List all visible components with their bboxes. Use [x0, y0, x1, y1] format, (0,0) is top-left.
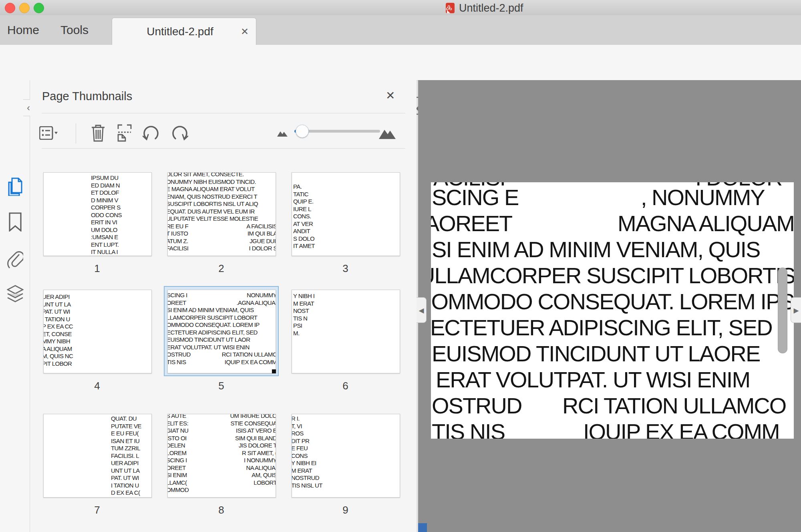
document-text-line: , NONUMMY — [641, 184, 765, 210]
tab-tools[interactable]: Tools — [46, 15, 103, 45]
document-text-line: AOREET — [431, 210, 512, 236]
tab-document-label: Untitled-2.pdf — [112, 25, 233, 38]
page-number-label: 8 — [167, 504, 275, 516]
thumbnail-page-3[interactable]: PA.TATICQUIP E.IURE LCONS.AT VERANDITS D… — [292, 172, 400, 256]
thumbnail-page-5[interactable]: SCING INONUMMYOREET.AGNA ALIQUAISI ENIM … — [167, 290, 276, 373]
thumbnail-text-block: QUAT. DUPUTATE VEE EU FEU(ISAN ET IUTUM … — [111, 415, 141, 497]
tab-tools-label: Tools — [60, 23, 89, 37]
document-text-line: OSTRUD — [432, 393, 521, 419]
thumbnail-text-block: S AUTEELIT ES:GIAT NUISTO OIDELENLOREMSC… — [167, 414, 189, 494]
document-text-line: ULLAMCORPER SUSCIPIT LOBORTIS — [431, 262, 794, 288]
thumbnail-grid: IPSUM DUED DIAM NET DOLOFD MINIM VCORPER… — [30, 80, 417, 532]
selection-resize-handle[interactable] — [272, 369, 276, 373]
document-text-line: TIS NIS — [432, 419, 505, 439]
thumbnail-text-block: PA.TATICQUIP E.IURE LCONS.AT VERANDITS D… — [293, 183, 315, 250]
page-thumbnails-icon — [7, 177, 23, 196]
vertical-scrollbar-thumb[interactable] — [778, 268, 787, 353]
document-text-line: EUISMOD TINCIDUNT UT LAORE — [432, 341, 760, 367]
thumbnail-text-block: UM IRIURE DOLOSTIE CONSEQUAISIS AT VERO … — [210, 414, 276, 486]
document-page: ACILISII DOLORSCING E, NONUMMYAOREETMAGN… — [431, 182, 794, 439]
document-text-line: SCING E — [432, 184, 518, 210]
minimize-window-button[interactable] — [19, 3, 30, 13]
splitter-collapse-left[interactable]: ◂ — [417, 297, 427, 323]
thumbnail-text-block: UER ADIPIUNT UT LAPAT. UT WII TATION UP … — [43, 293, 73, 367]
page-number-label: 3 — [292, 262, 399, 275]
thumbnail-page-9[interactable]: R I.T, VIROSDIT PRE FEUCONSY NIBH EIM ER… — [292, 414, 400, 498]
tab-document[interactable]: Untitled-2.pdf ✕ — [112, 18, 256, 45]
rail-bookmarks-button[interactable] — [6, 212, 24, 232]
thumbnail-page-1[interactable]: IPSUM DUED DIAM NET DOLOFD MINIM VCORPER… — [43, 172, 152, 256]
rail-attachments-button[interactable] — [6, 250, 24, 269]
navigation-rail — [0, 80, 30, 532]
thumbnail-page-2[interactable]: DLOR SIT AMET, CONSECTE.ONUMMY NIBH EUIS… — [167, 172, 276, 256]
page-number-label: 7 — [43, 504, 151, 516]
page-number-label: 9 — [292, 504, 399, 516]
window-title: Untitled-2.pdf — [459, 2, 523, 14]
thumbnail-text-block: IPSUM DUED DIAM NET DOLOFD MINIM VCORPER… — [91, 174, 122, 256]
splitter-collapse-right[interactable]: ▸ — [791, 297, 801, 323]
thumbnail-page-4[interactable]: UER ADIPIUNT UT LAPAT. UT WII TATION UP … — [43, 290, 152, 373]
rail-layers-button[interactable] — [6, 285, 24, 304]
page-number-label: 4 — [43, 380, 151, 392]
page-number-label: 2 — [167, 262, 275, 275]
document-text-line: MAGNA ALIQUAM — [618, 210, 794, 236]
rail-page-thumbnails-button[interactable] — [6, 177, 24, 196]
close-window-button[interactable] — [5, 3, 15, 13]
chevron-left-icon: ◂ — [419, 304, 424, 316]
document-text-line: COMMODO CONSEQUAT. LOREM IPS — [431, 288, 794, 314]
pdf-file-icon — [445, 2, 455, 14]
maximize-window-button[interactable] — [34, 3, 44, 13]
tab-home-label: Home — [7, 23, 39, 37]
thumbnail-page-7[interactable]: QUAT. DUPUTATE VEE EU FEU(ISAN ET IUTUM … — [43, 414, 152, 498]
thumbnail-page-8[interactable]: S AUTEELIT ES:GIAT NUISTO OIDELENLOREMSC… — [167, 414, 276, 498]
document-text-line: ECTETUER ADIPISCING ELIT, SED — [431, 314, 772, 341]
document-text-line: RCI TATION ULLAMCO — [562, 393, 786, 419]
thumbnail-text-block: R I.T, VIROSDIT PRE FEUCONSY NIBH EIM ER… — [292, 415, 322, 489]
page-number-label: 6 — [292, 380, 399, 392]
thumbnail-text-block: Y NIBH IM ERATNOSTTIS NPSIM. — [293, 292, 314, 337]
layers-icon — [7, 285, 24, 305]
collapse-chevron-icon: ‹ — [27, 102, 30, 113]
tab-close-icon[interactable]: ✕ — [233, 26, 256, 37]
document-text-line: ERAT VOLUTPAT. UT WISI ENIM — [436, 367, 750, 393]
page-number-label: 1 — [43, 262, 151, 275]
thumbnail-text-block: SCING INONUMMYOREET.AGNA ALIQUAISI ENIM … — [167, 292, 276, 366]
thumbnail-text-block: DLOR SIT AMET, CONSECTE.ONUMMY NIBH EUIS… — [167, 172, 276, 252]
document-view[interactable]: ACILISII DOLORSCING E, NONUMMYAOREETMAGN… — [418, 80, 801, 532]
blue-corner-marker — [418, 523, 427, 532]
page-thumbnails-panel: Page Thumbnails ✕ IPSUM DUED DIAM NET DO… — [30, 80, 417, 532]
main-toolbar: 5 / 9 1:1 35.2% ▼ ⋯ — [0, 45, 801, 81]
page-number-label: 5 — [167, 380, 275, 392]
thumbnail-page-6[interactable]: Y NIBH IM ERATNOSTTIS NPSIM. — [292, 290, 400, 373]
titlebar: Untitled-2.pdf — [0, 0, 801, 16]
paperclip-icon — [7, 250, 23, 270]
document-text-line: IQUIP EX EA COMM — [583, 419, 779, 439]
document-text-line: SI ENIM AD MINIM VENIAM, QUIS — [432, 236, 760, 262]
tab-home[interactable]: Home — [0, 15, 46, 45]
tab-strip: Home Tools Untitled-2.pdf ✕ — [0, 15, 801, 45]
bookmarks-icon — [8, 212, 22, 232]
chevron-right-icon: ▸ — [793, 304, 799, 316]
